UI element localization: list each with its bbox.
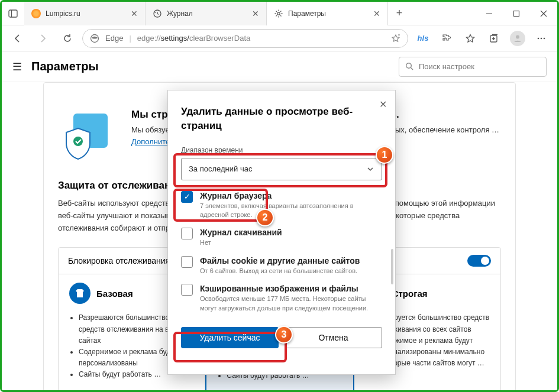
checkbox[interactable] xyxy=(181,284,193,296)
checkbox[interactable] xyxy=(181,228,193,239)
window-controls xyxy=(476,2,557,25)
new-tab-button[interactable]: + xyxy=(388,2,411,25)
addr-browser: Edge xyxy=(105,34,123,43)
scrollbar[interactable] xyxy=(391,249,393,284)
gear-icon xyxy=(274,9,283,18)
profile-button[interactable] xyxy=(508,28,528,48)
item-desc: Нет xyxy=(200,238,382,247)
data-types-list: ✓ Журнал браузера 7 элементов, включая в… xyxy=(181,191,382,313)
svg-point-16 xyxy=(538,37,539,39)
search-icon xyxy=(405,62,414,71)
more-button[interactable] xyxy=(531,28,551,48)
extensions-icon[interactable] xyxy=(437,28,457,48)
chevron-down-icon xyxy=(366,165,374,173)
collections-icon[interactable] xyxy=(484,28,504,48)
tracking-toggle[interactable] xyxy=(467,255,491,267)
item-cookies[interactable]: Файлы cookie и другие данные сайтов От 6… xyxy=(181,256,382,276)
search-placeholder: Поиск настроек xyxy=(419,62,474,71)
item-title: Кэшированные изображения и файлы xyxy=(200,284,382,293)
cancel-button[interactable]: Отмена xyxy=(285,327,382,348)
svg-point-3 xyxy=(277,12,280,14)
clear-now-button[interactable]: Удалить сейчас xyxy=(181,327,279,348)
tab-lumpics[interactable]: Lumpics.ru ✕ xyxy=(24,2,146,25)
page-title: Параметры xyxy=(31,60,99,73)
back-button[interactable] xyxy=(8,28,28,48)
svg-point-15 xyxy=(516,35,519,38)
avatar xyxy=(510,31,525,46)
svg-point-21 xyxy=(73,137,83,146)
favorites-icon[interactable] xyxy=(460,28,480,48)
tabs: Lumpics.ru ✕ Журнал ✕ Параметры ✕ + xyxy=(24,2,476,25)
tab-label: Журнал xyxy=(167,9,193,18)
checkbox[interactable] xyxy=(181,256,193,268)
tab-actions-button[interactable] xyxy=(2,2,24,25)
menu-icon[interactable]: ☰ xyxy=(12,60,22,73)
item-title: Файлы cookie и другие данные сайтов xyxy=(200,256,382,265)
item-title: Журнал браузера xyxy=(200,191,382,200)
refresh-button[interactable] xyxy=(57,28,77,48)
favicon-lumpics xyxy=(31,9,41,18)
item-desc: От 6 сайтов. Выход из сети на большинств… xyxy=(200,267,382,276)
tab-label: Lumpics.ru xyxy=(46,9,80,18)
settings-header: ☰ Параметры Поиск настроек xyxy=(2,51,557,82)
address-bar[interactable]: Edge | edge://settings/clearBrowserData xyxy=(82,29,408,48)
checkbox-checked[interactable]: ✓ xyxy=(181,191,193,203)
hls-extension-icon[interactable]: hls xyxy=(413,28,433,48)
time-range-label: Диапазон времени xyxy=(181,146,382,154)
search-input[interactable]: Поиск настроек xyxy=(399,57,547,77)
privacy-illustration xyxy=(58,109,117,162)
forward-button[interactable] xyxy=(33,28,53,48)
separator: | xyxy=(129,34,131,43)
addr-url: edge://settings/clearBrowserData xyxy=(137,34,251,43)
shirt-icon xyxy=(69,283,91,304)
svg-rect-0 xyxy=(9,10,17,17)
titlebar: Lumpics.ru ✕ Журнал ✕ Параметры ✕ + xyxy=(2,2,557,25)
item-history[interactable]: ✓ Журнал браузера 7 элементов, включая в… xyxy=(181,191,382,220)
item-desc: 7 элементов, включая варианты автозаполн… xyxy=(200,202,382,220)
tracking-toggle-label: Блокировка отслеживания xyxy=(68,256,170,265)
toolbar-actions: hls xyxy=(413,28,551,48)
close-icon[interactable]: ✕ xyxy=(379,99,387,110)
svg-line-20 xyxy=(411,68,413,70)
favorite-icon[interactable] xyxy=(391,34,400,43)
item-cache[interactable]: Кэшированные изображения и файлы Освобод… xyxy=(181,284,382,313)
history-icon xyxy=(153,9,162,18)
item-desc: Освободится меньше 177 МБ места. Некотор… xyxy=(200,294,382,313)
dialog-title: Удалить данные о просмотре веб-страниц xyxy=(181,105,382,133)
mode-name: Базовая xyxy=(96,289,133,299)
tab-label: Параметры xyxy=(288,9,326,18)
mode-name: Строгая xyxy=(392,289,428,299)
svg-point-19 xyxy=(406,63,412,69)
tab-history[interactable]: Журнал ✕ xyxy=(146,2,267,25)
tab-settings[interactable]: Параметры ✕ xyxy=(267,2,388,25)
time-range-dropdown[interactable]: За последний час xyxy=(181,158,382,180)
maximize-button[interactable] xyxy=(503,2,530,25)
item-downloads[interactable]: Журнал скачиваний Нет xyxy=(181,228,382,247)
callout-3: 3 xyxy=(275,326,293,344)
callout-2: 2 xyxy=(256,209,274,226)
close-icon[interactable]: ✕ xyxy=(252,9,259,18)
callout-1: 1 xyxy=(376,146,393,164)
dropdown-value: За последний час xyxy=(189,164,252,173)
svg-point-18 xyxy=(544,37,545,39)
toolbar: Edge | edge://settings/clearBrowserData … xyxy=(2,25,557,51)
close-icon[interactable]: ✕ xyxy=(131,9,138,18)
svg-point-17 xyxy=(541,37,542,39)
edge-icon xyxy=(90,34,99,43)
minimize-button[interactable] xyxy=(476,2,503,25)
svg-rect-5 xyxy=(514,11,519,16)
close-button[interactable] xyxy=(530,2,557,25)
item-title: Журнал скачиваний xyxy=(200,228,382,237)
close-icon[interactable]: ✕ xyxy=(373,9,380,18)
